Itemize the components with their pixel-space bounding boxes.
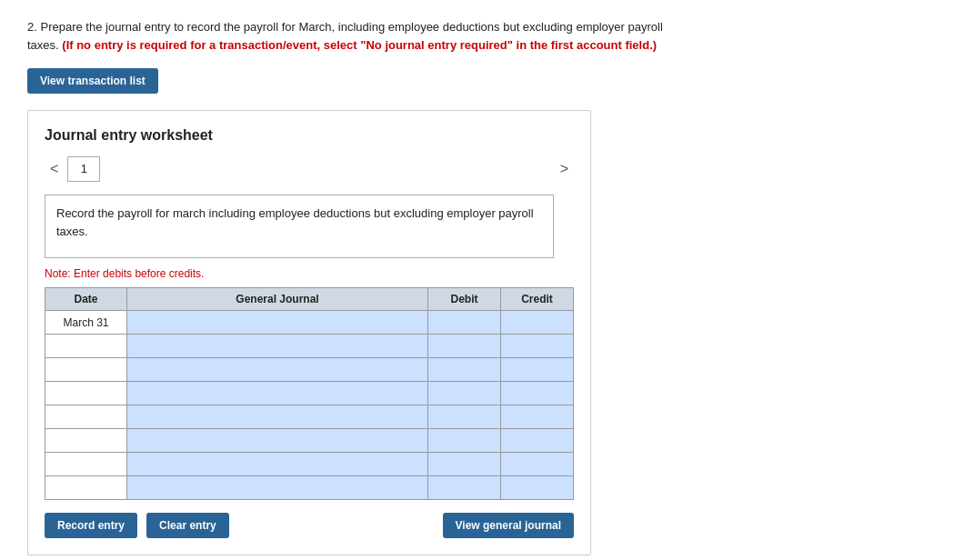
table-row [45, 382, 574, 405]
col-header-credit: Credit [501, 288, 574, 311]
nav-row: < 1 > [45, 156, 574, 182]
nav-prev-button[interactable]: < [45, 159, 64, 179]
journal-input-cell[interactable] [127, 335, 428, 358]
credit-input[interactable] [501, 358, 573, 381]
col-header-debit: Debit [428, 288, 501, 311]
credit-input[interactable] [501, 453, 573, 475]
date-cell [45, 453, 127, 476]
debit-input[interactable] [428, 429, 500, 452]
journal-input-cell[interactable] [127, 405, 428, 429]
credit-input[interactable] [501, 382, 573, 405]
credit-input-cell[interactable] [501, 429, 574, 453]
credit-input-cell[interactable] [501, 358, 574, 382]
debit-input[interactable] [428, 311, 500, 334]
view-general-journal-button[interactable]: View general journal [443, 513, 574, 538]
table-row [45, 429, 574, 453]
credit-input-cell[interactable] [501, 453, 574, 476]
debit-input[interactable] [428, 335, 500, 357]
credit-input-cell[interactable] [501, 382, 574, 405]
date-cell [45, 382, 127, 405]
clear-entry-button[interactable]: Clear entry [146, 513, 229, 538]
description-box: Record the payroll for march including e… [45, 195, 554, 258]
page-number-box: 1 [67, 156, 100, 182]
debit-input[interactable] [428, 476, 500, 499]
credit-input-cell[interactable] [501, 335, 574, 358]
table-row [45, 358, 574, 382]
nav-next-button[interactable]: > [555, 159, 574, 179]
debit-input[interactable] [428, 358, 500, 381]
date-cell: March 31 [45, 311, 127, 335]
journal-input-cell[interactable] [127, 476, 428, 500]
col-header-date: Date [45, 288, 127, 311]
credit-input[interactable] [501, 405, 573, 428]
debit-input-cell[interactable] [428, 335, 501, 358]
col-header-journal: General Journal [127, 288, 428, 311]
table-row [45, 405, 574, 429]
journal-table: Date General Journal Debit Credit March … [45, 287, 574, 500]
worksheet-title: Journal entry worksheet [45, 127, 574, 144]
buttons-row: Record entry Clear entry View general jo… [45, 513, 574, 538]
journal-input-cell[interactable] [127, 429, 428, 453]
journal-input-cell[interactable] [127, 311, 428, 335]
credit-input[interactable] [501, 311, 573, 334]
credit-input[interactable] [501, 429, 573, 452]
view-transaction-list-button[interactable]: View transaction list [27, 68, 158, 94]
table-row: March 31 [45, 311, 574, 335]
credit-input[interactable] [501, 476, 573, 499]
journal-input[interactable] [127, 476, 427, 499]
journal-input[interactable] [127, 429, 427, 452]
journal-input[interactable] [127, 453, 427, 475]
date-cell [45, 335, 127, 358]
debit-input[interactable] [428, 453, 500, 475]
credit-input[interactable] [501, 335, 573, 357]
journal-input[interactable] [127, 335, 427, 357]
date-cell [45, 358, 127, 382]
credit-input-cell[interactable] [501, 476, 574, 500]
credit-input-cell[interactable] [501, 311, 574, 335]
debit-input-cell[interactable] [428, 476, 501, 500]
debit-input-cell[interactable] [428, 382, 501, 405]
journal-input-cell[interactable] [127, 358, 428, 382]
question-number: 2. [27, 20, 37, 34]
table-row [45, 335, 574, 358]
debit-input-cell[interactable] [428, 429, 501, 453]
note-text: Note: Enter debits before credits. [45, 267, 574, 280]
debit-input[interactable] [428, 405, 500, 428]
journal-input[interactable] [127, 358, 427, 381]
record-entry-button[interactable]: Record entry [45, 513, 137, 538]
table-row [45, 476, 574, 500]
debit-input-cell[interactable] [428, 405, 501, 429]
table-row [45, 453, 574, 476]
debit-input-cell[interactable] [428, 453, 501, 476]
question-bold-red: (If no entry is required for a transacti… [62, 38, 657, 52]
question-text: 2. Prepare the journal entry to record t… [27, 18, 664, 54]
credit-input-cell[interactable] [501, 405, 574, 429]
journal-input[interactable] [127, 382, 427, 405]
journal-input[interactable] [127, 405, 427, 428]
date-cell [45, 405, 127, 429]
worksheet-container: Journal entry worksheet < 1 > Record the… [27, 110, 591, 555]
date-cell [45, 429, 127, 453]
date-cell [45, 476, 127, 500]
journal-input[interactable] [127, 311, 427, 334]
debit-input[interactable] [428, 382, 500, 405]
journal-input-cell[interactable] [127, 453, 428, 476]
debit-input-cell[interactable] [428, 311, 501, 335]
debit-input-cell[interactable] [428, 358, 501, 382]
journal-input-cell[interactable] [127, 382, 428, 405]
